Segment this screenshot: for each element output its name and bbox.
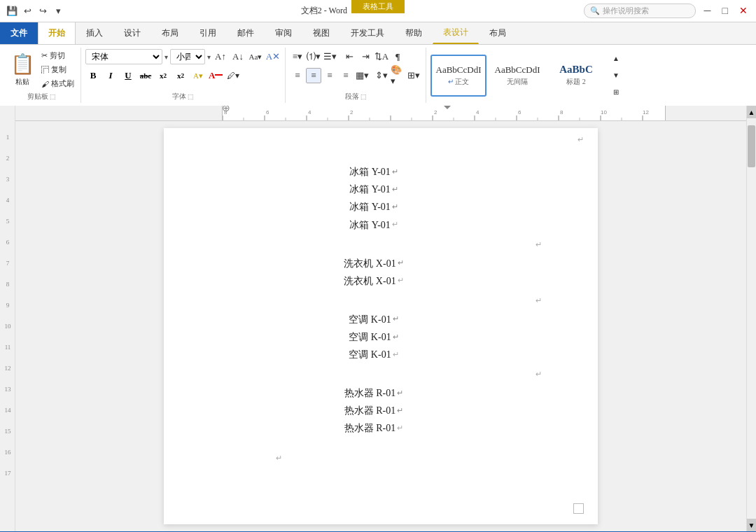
resize-handle[interactable]: ⊕ — [222, 106, 230, 114]
redo-icon[interactable]: ↪ — [36, 5, 49, 18]
font-row-1: 宋体 ▾ 小四 ▾ A↑ A↓ Aa▾ A✕ — [85, 49, 281, 64]
section-xiyiji: 洗衣机 X-01↵ 洗衣机 X-01↵ — [206, 255, 542, 290]
reshuiqi-line-1: 热水器 R-01↵ — [206, 384, 542, 402]
customize-icon[interactable]: ▾ — [52, 5, 64, 18]
tab-insert[interactable]: 插入 — [76, 22, 113, 44]
tab-mail[interactable]: 邮件 — [227, 22, 265, 44]
paste-button[interactable]: 📋 粘贴 — [7, 50, 38, 90]
search-box-inline[interactable]: 🔍 操作说明搜索 — [584, 4, 696, 18]
reshuiqi-text-2: 热水器 R-01 — [344, 402, 396, 419]
clear-format-button[interactable]: A✕ — [265, 49, 281, 64]
reshuiqi-text-1: 热水器 R-01 — [344, 384, 396, 402]
justify-button[interactable]: ≡ — [338, 68, 354, 83]
tab-references[interactable]: 引用 — [189, 22, 227, 44]
change-case-button[interactable]: Aa▾ — [248, 49, 263, 64]
maximize-button[interactable]: □ — [720, 4, 731, 18]
page-corner — [573, 503, 584, 514]
numbering-button[interactable]: ⑴▾ — [306, 49, 321, 64]
font-name-dropdown-icon[interactable]: ▾ — [164, 53, 168, 61]
tab-table-layout[interactable]: 布局 — [479, 22, 517, 44]
paste-label: 粘贴 — [15, 77, 29, 87]
line-spacing-button[interactable]: ⇕▾ — [374, 68, 389, 83]
scroll-up-button[interactable]: ▲ — [747, 106, 757, 118]
kongtiao-text-2: 空调 K-01 — [349, 328, 391, 346]
sort-button[interactable]: ⇅A — [374, 49, 389, 64]
ruler-ticks: 8 6 4 2 2 — [223, 106, 665, 121]
style-no-spacing-preview: AaBbCcDdI — [495, 64, 540, 76]
text-highlight-button[interactable]: A▾ — [190, 68, 206, 83]
bold-button[interactable]: B — [85, 68, 101, 83]
align-center-button[interactable]: ≡ — [306, 68, 321, 83]
column-button[interactable]: ▦▾ — [354, 68, 370, 83]
tab-table-design[interactable]: 表设计 — [433, 22, 479, 44]
vruler-3: 3 — [3, 176, 13, 183]
scroll-thumb[interactable] — [748, 125, 755, 167]
paragraph-expand-icon[interactable]: ⬚ — [360, 93, 367, 100]
svg-text:4: 4 — [308, 109, 312, 115]
style-heading2[interactable]: AaBbC 标题 2 — [548, 55, 604, 97]
vruler-11: 11 — [3, 344, 13, 351]
tab-file[interactable]: 文件 — [0, 22, 38, 44]
font-name-select[interactable]: 宋体 — [85, 49, 162, 64]
font-size-dropdown-icon[interactable]: ▾ — [207, 53, 211, 61]
superscript-button[interactable]: x2 — [173, 68, 188, 83]
font-color-button[interactable]: A — [208, 68, 223, 83]
shading-button[interactable]: 🖊▾ — [225, 68, 241, 83]
style-normal-label: ↵ 正文 — [448, 77, 470, 87]
styles-more[interactable]: ⊞ — [608, 85, 624, 100]
tab-design[interactable]: 设计 — [113, 22, 151, 44]
decrease-indent-button[interactable]: ⇤ — [342, 49, 357, 64]
horizontal-ruler: 8 6 4 2 2 — [15, 106, 746, 121]
tab-developer[interactable]: 开发工具 — [340, 22, 395, 44]
align-right-button[interactable]: ≡ — [322, 68, 337, 83]
svg-text:6: 6 — [266, 109, 270, 115]
xiyiji-text-1: 洗衣机 X-01 — [344, 255, 396, 272]
format-painter-button[interactable]: 🖌 格式刷 — [39, 77, 76, 90]
document-content: 冰箱 Y-01↵ 冰箱 Y-01↵ 冰箱 Y-01↵ 冰箱 Y-01↵ — [206, 163, 542, 465]
tab-view[interactable]: 视图 — [302, 22, 340, 44]
font-expand-icon[interactable]: ⬚ — [188, 93, 194, 100]
increase-indent-button[interactable]: ⇥ — [358, 49, 373, 64]
vruler-16: 16 — [3, 449, 13, 456]
vertical-scrollbar[interactable]: ▲ ▼ — [746, 106, 756, 531]
scroll-track[interactable] — [747, 118, 756, 519]
bingxiang-line-4: 冰箱 Y-01↵ — [206, 216, 542, 234]
style-normal-preview: AaBbCcDdI — [436, 64, 482, 76]
align-left-button[interactable]: ≡ — [290, 68, 305, 83]
bullets-button[interactable]: ≡▾ — [290, 49, 305, 64]
strikethrough-button[interactable]: abc — [138, 68, 153, 83]
scroll-down-button[interactable]: ▼ — [747, 519, 757, 531]
vruler-7: 7 — [3, 260, 13, 267]
tab-home[interactable]: 开始 — [38, 22, 76, 44]
style-normal[interactable]: AaBbCcDdI ↵ 正文 — [430, 55, 486, 97]
multilevel-list-button[interactable]: ☰▾ — [322, 49, 337, 64]
borders-button[interactable]: ⊞▾ — [406, 68, 421, 83]
show-formatting-button[interactable]: ¶ — [390, 49, 405, 64]
page-scroll-area[interactable]: ↵ 冰箱 Y-01↵ 冰箱 Y-01↵ 冰箱 Y-01↵ — [15, 121, 746, 531]
decrease-font-button[interactable]: A↓ — [230, 49, 246, 64]
reshuiqi-linebreak-1: ↵ — [397, 386, 403, 400]
styles-scroll-up[interactable]: ▲ — [608, 51, 624, 66]
style-no-spacing[interactable]: AaBbCcDdI 无间隔 — [489, 55, 545, 97]
tab-review[interactable]: 审阅 — [265, 22, 302, 44]
save-icon[interactable]: 💾 — [6, 5, 18, 18]
tab-layout[interactable]: 布局 — [151, 22, 189, 44]
search-icon-title: 🔍 — [590, 6, 600, 15]
subscript-button[interactable]: x2 — [155, 68, 171, 83]
vruler-13: 13 — [3, 386, 13, 393]
underline-button[interactable]: U — [120, 68, 136, 83]
fill-color-button[interactable]: 🎨▾ — [390, 68, 405, 83]
italic-button[interactable]: I — [103, 68, 118, 83]
copy-button[interactable]: ⿸ 复制 — [39, 63, 76, 76]
clipboard-expand-icon[interactable]: ⬚ — [50, 93, 56, 100]
undo-icon[interactable]: ↩ — [21, 5, 34, 18]
increase-font-button[interactable]: A↑ — [213, 49, 228, 64]
style-no-spacing-label: 无间隔 — [507, 77, 528, 87]
minimize-button[interactable]: ─ — [701, 4, 714, 18]
cut-button[interactable]: ✂ 剪切 — [39, 49, 76, 62]
styles-scroll-down[interactable]: ▼ — [608, 68, 624, 83]
tab-help[interactable]: 帮助 — [395, 22, 433, 44]
close-button[interactable]: ✕ — [736, 4, 750, 18]
font-size-select[interactable]: 小四 — [170, 49, 205, 64]
svg-text:6: 6 — [518, 109, 522, 115]
